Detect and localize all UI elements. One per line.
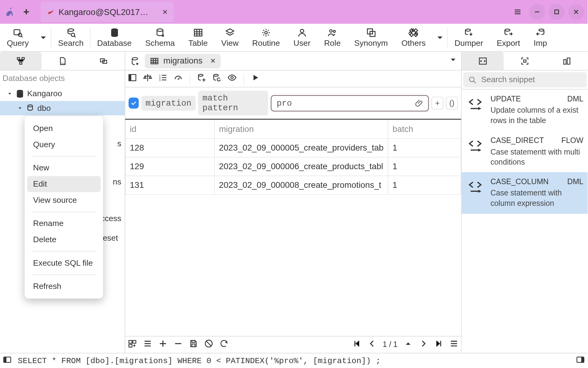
editor-tab-migrations[interactable]: migrations ✕	[145, 54, 221, 68]
cell-batch[interactable]: 1	[388, 176, 461, 195]
schemas-tab[interactable]	[83, 52, 125, 70]
role-button[interactable]: Role	[317, 24, 348, 51]
objects-tab[interactable]	[0, 52, 42, 70]
filter-add-button[interactable]: +	[432, 97, 444, 110]
user-button[interactable]: User	[287, 24, 317, 51]
map-tab[interactable]	[546, 52, 588, 70]
table-row[interactable]: 128 2023_02_09_000005_create_providers_t…	[125, 139, 461, 157]
last-page-button[interactable]	[434, 339, 444, 351]
tab-overflow-button[interactable]	[448, 55, 458, 67]
chevron-down-icon	[435, 32, 445, 42]
save-button[interactable]	[189, 339, 198, 351]
menu-new[interactable]: New	[27, 160, 100, 176]
minimize-button[interactable]	[529, 4, 545, 20]
refresh-button[interactable]	[219, 339, 229, 351]
import-button[interactable]: Imp	[527, 24, 554, 51]
table-button[interactable]: Table	[181, 24, 214, 51]
cell-migration[interactable]: 2023_02_09_000006_create_products_tabl	[214, 157, 388, 176]
menu-execute-sql[interactable]: Execute SQL file	[27, 255, 100, 271]
cell-migration[interactable]: 2023_02_09_000008_create_promotions_t	[214, 176, 388, 195]
column-header-batch[interactable]: batch	[388, 120, 461, 138]
home-button[interactable]	[129, 56, 141, 66]
others-dropdown[interactable]	[433, 24, 448, 51]
query-button[interactable]: Query	[0, 24, 35, 51]
column-header-id[interactable]: id	[125, 120, 214, 138]
caret-down-icon	[17, 105, 23, 111]
database-button[interactable]: Database	[90, 24, 138, 51]
snippets-tab[interactable]	[462, 52, 504, 70]
filter-value-field[interactable]	[271, 95, 429, 111]
export-button[interactable]: Export	[490, 24, 527, 51]
form-view-button[interactable]	[128, 339, 137, 351]
prev-page-button[interactable]	[367, 339, 377, 351]
refresh-icon	[219, 339, 229, 348]
view-button[interactable]: View	[214, 24, 245, 51]
cell-id[interactable]: 131	[125, 176, 214, 195]
diagram-tab[interactable]	[504, 52, 546, 70]
add-row-button[interactable]	[158, 339, 168, 351]
close-tab-icon[interactable]: ✕	[210, 57, 216, 65]
menu-delete[interactable]: Delete	[27, 231, 100, 248]
cancel-button[interactable]	[204, 339, 214, 351]
sql-files-tab[interactable]: SQL	[42, 52, 83, 70]
cell-batch[interactable]: 1	[388, 139, 461, 157]
filter-speed-button[interactable]	[173, 73, 183, 85]
menu-refresh[interactable]: Refresh	[27, 278, 100, 294]
attachment-icon[interactable]	[415, 98, 424, 108]
cancel-icon	[204, 339, 214, 348]
toggle-right-panel-button[interactable]	[576, 355, 585, 367]
menu-view-source[interactable]: View source	[27, 192, 100, 208]
hamburger-menu-button[interactable]	[509, 4, 526, 20]
menu-rename[interactable]: Rename	[27, 216, 100, 232]
close-tab-icon[interactable]: ✕	[162, 8, 168, 16]
others-button[interactable]: Others	[395, 24, 433, 51]
next-page-button[interactable]	[419, 339, 428, 351]
menu-edit[interactable]: Edit	[27, 176, 100, 192]
filter-column-pill[interactable]: migration	[141, 96, 196, 111]
snippet-item[interactable]: UPDATEDML Update columns of a exist rows…	[462, 89, 588, 131]
search-button[interactable]: Search	[51, 24, 90, 51]
cell-batch[interactable]: 1	[388, 157, 461, 176]
toggle-left-panel-button[interactable]	[2, 355, 12, 367]
close-window-button[interactable]	[568, 4, 584, 20]
filter-operator-pill[interactable]: match pattern	[198, 91, 268, 115]
compare-button[interactable]	[143, 73, 152, 85]
table-row[interactable]: 131 2023_02_09_000008_create_promotions_…	[125, 176, 461, 195]
column-header-migration[interactable]: migration	[214, 120, 388, 138]
db-refresh-button[interactable]	[212, 73, 222, 85]
db-add-button[interactable]	[197, 73, 206, 85]
snippet-search-input[interactable]	[480, 75, 583, 85]
row-detail-button[interactable]	[449, 339, 459, 351]
list-view-button[interactable]	[143, 339, 152, 351]
tree-item-schema[interactable]: dbo	[0, 101, 125, 115]
filter-value-input[interactable]	[276, 98, 410, 108]
snippet-item[interactable]: CASE_COLUMNDML Case statementt with colu…	[462, 172, 588, 214]
filter-enable-checkbox[interactable]	[129, 97, 139, 108]
preview-button[interactable]	[228, 73, 237, 85]
routine-button[interactable]: Routine	[245, 24, 287, 51]
delete-row-button[interactable]	[173, 339, 183, 351]
toggle-sidebar-button[interactable]	[128, 73, 137, 85]
maximize-button[interactable]	[549, 4, 565, 20]
menu-open[interactable]: Open	[27, 120, 100, 137]
snippet-expand-button[interactable]	[587, 75, 588, 85]
menu-query[interactable]: Query	[27, 137, 100, 153]
new-tab-button[interactable]: +	[19, 4, 34, 20]
first-page-button[interactable]	[352, 339, 362, 351]
snippet-item[interactable]: CASE_DIRECTFLOW Case statementt with mul…	[462, 131, 588, 173]
run-button[interactable]	[251, 73, 260, 85]
dumper-button[interactable]: Dumper	[448, 24, 490, 51]
cell-id[interactable]: 129	[125, 157, 214, 176]
cell-id[interactable]: 128	[125, 139, 214, 157]
tree-item-connection[interactable]: Kangaroo	[0, 86, 125, 101]
cell-migration[interactable]: 2023_02_09_000005_create_providers_tab	[214, 139, 388, 157]
data-grid[interactable]: id migration batch 128 2023_02_09_000005…	[125, 120, 461, 336]
filter-group-button[interactable]: ()	[446, 97, 458, 110]
query-dropdown[interactable]	[35, 24, 51, 51]
sort-button[interactable]: 123	[158, 73, 168, 85]
page-menu-button[interactable]	[404, 339, 413, 351]
table-row[interactable]: 129 2023_02_09_000006_create_products_ta…	[125, 157, 461, 176]
schema-button[interactable]: Schema	[138, 24, 181, 51]
connection-tab[interactable]: Kangaroo@SQL2017@Lo ✕	[41, 2, 173, 22]
synonym-button[interactable]: Synonym	[348, 24, 395, 51]
